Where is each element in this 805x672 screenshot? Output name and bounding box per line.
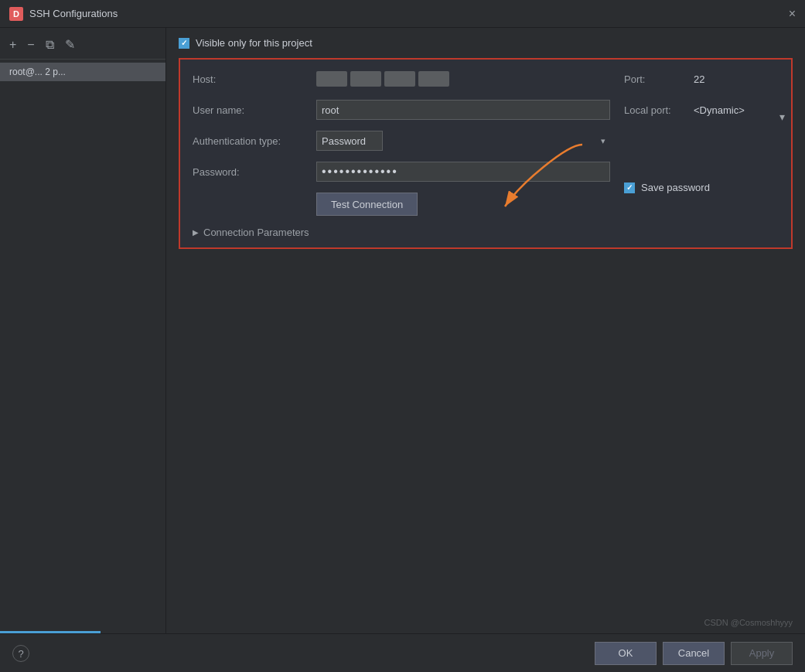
app-icon: D	[9, 7, 23, 21]
content-panel: Visible only for this project Host: User…	[166, 28, 805, 633]
test-connection-row: Test Connection	[193, 193, 779, 216]
apply-button[interactable]: Apply	[731, 642, 793, 665]
visible-only-checkbox[interactable]	[179, 38, 189, 49]
orange-arrow-annotation	[443, 137, 613, 230]
auth-type-select[interactable]: Password	[316, 131, 383, 151]
close-button[interactable]: ×	[789, 8, 796, 20]
remove-button[interactable]: −	[24, 37, 37, 53]
save-password-row: Save password	[624, 182, 779, 193]
edit-button[interactable]: ✎	[62, 37, 78, 53]
host-label: Host:	[193, 73, 316, 85]
right-side-panel: Port: 22 Local port: <Dynamic> ▾ Save pa…	[624, 69, 779, 193]
save-password-label: Save password	[641, 182, 710, 193]
sidebar-item[interactable]: root@... 2 p...	[0, 63, 165, 81]
username-input[interactable]	[316, 100, 610, 120]
local-port-label: Local port:	[624, 104, 694, 116]
host-input-area	[316, 71, 449, 87]
copy-button[interactable]: ⧉	[43, 37, 57, 53]
help-button[interactable]: ?	[12, 645, 29, 662]
window-title: SSH Configurations	[29, 8, 118, 19]
auth-dropdown-arrow[interactable]: ▾	[779, 111, 785, 123]
host-block-3	[384, 71, 415, 87]
host-block-2	[350, 71, 381, 87]
expand-icon: ▶	[193, 228, 199, 237]
local-port-row: Local port: <Dynamic>	[624, 100, 779, 120]
save-password-checkbox[interactable]	[624, 182, 635, 193]
visible-only-label: Visible only for this project	[196, 37, 312, 49]
password-input[interactable]	[316, 162, 610, 182]
title-bar: D SSH Configurations ×	[0, 0, 805, 28]
sidebar: + − ⧉ ✎ root@... 2 p...	[0, 28, 166, 633]
password-label: Password:	[193, 166, 316, 178]
host-block-1	[316, 71, 347, 87]
ok-button[interactable]: OK	[595, 642, 657, 665]
form-panel: Host: User name: Authentication type:	[179, 58, 793, 249]
host-block-4	[418, 71, 449, 87]
test-connection-button[interactable]: Test Connection	[316, 193, 418, 216]
port-label: Port:	[624, 73, 694, 85]
bottom-bar: ? OK Cancel Apply	[0, 633, 805, 672]
auth-type-label: Authentication type:	[193, 135, 316, 147]
port-value: 22	[694, 73, 704, 85]
connection-params-label: Connection Parameters	[203, 227, 309, 238]
watermark: CSDN @Cosmoshhyyy	[704, 618, 793, 627]
add-button[interactable]: +	[6, 37, 19, 53]
local-port-value: <Dynamic>	[694, 104, 745, 116]
help-section: ?	[12, 645, 29, 662]
visible-only-row: Visible only for this project	[179, 37, 793, 49]
username-label: User name:	[193, 104, 316, 116]
svg-text:D: D	[13, 9, 19, 19]
port-row: Port: 22	[624, 69, 779, 89]
sidebar-toolbar: + − ⧉ ✎	[0, 34, 165, 60]
connection-params-row[interactable]: ▶ Connection Parameters	[193, 227, 779, 238]
cancel-button[interactable]: Cancel	[663, 642, 725, 665]
